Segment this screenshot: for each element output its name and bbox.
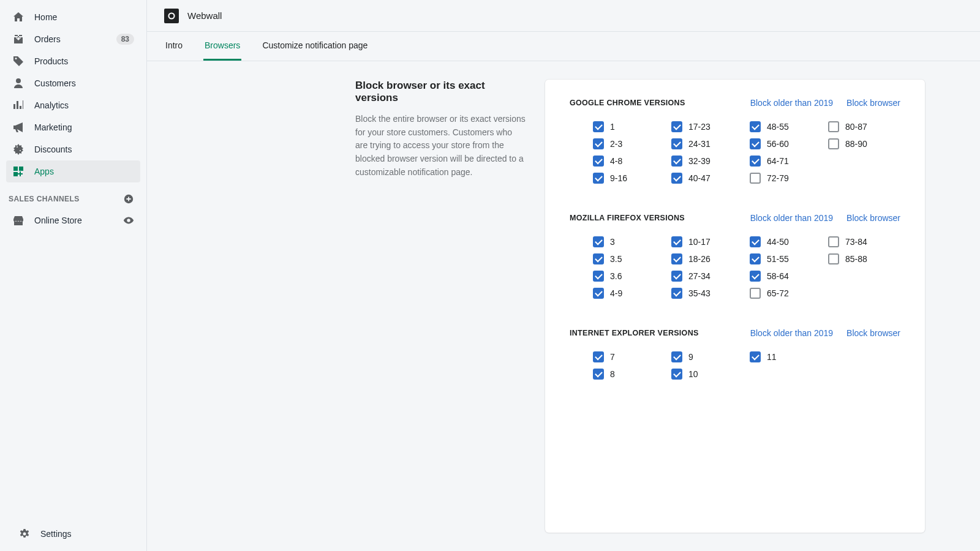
version-checkbox[interactable]: [671, 121, 682, 132]
block-browser-link[interactable]: Block browser: [846, 213, 900, 223]
version-checkbox[interactable]: [593, 156, 604, 167]
version-checkbox[interactable]: [593, 236, 604, 247]
sales-channels-header: SALES CHANNELS: [0, 182, 146, 209]
group-header: INTERNET EXPLORER VERSIONSBlock older th…: [570, 328, 900, 338]
block-browser-link[interactable]: Block browser: [846, 98, 900, 108]
version-checkbox[interactable]: [593, 121, 604, 132]
person-icon: [12, 77, 24, 89]
version-checkbox[interactable]: [750, 156, 761, 167]
version-label: 3.6: [610, 271, 622, 281]
settings-list: Settings: [0, 517, 146, 551]
version-checkbox[interactable]: [828, 121, 839, 132]
eye-icon[interactable]: [123, 215, 134, 226]
version-checkbox[interactable]: [750, 121, 761, 132]
version-checkbox[interactable]: [671, 369, 682, 380]
version-item: 27-34: [671, 271, 744, 282]
channels-list: Online Store: [0, 209, 146, 231]
app-title: Webwall: [187, 10, 222, 21]
version-grid: 117-2348-5580-872-324-3156-6088-904-832-…: [570, 121, 900, 184]
version-item: 4-8: [593, 156, 665, 167]
version-item: 9-16: [593, 173, 665, 184]
sidebar-item-customers[interactable]: Customers: [6, 72, 140, 94]
version-checkbox[interactable]: [671, 271, 682, 282]
nav-label: Discounts: [34, 144, 134, 154]
version-checkbox[interactable]: [593, 173, 604, 184]
version-label: 4-9: [610, 288, 622, 298]
sidebar-item-analytics[interactable]: Analytics: [6, 94, 140, 116]
version-checkbox[interactable]: [750, 253, 761, 264]
version-label: 11: [767, 352, 777, 362]
version-checkbox[interactable]: [750, 138, 761, 149]
sidebar-item-home[interactable]: Home: [6, 6, 140, 28]
version-checkbox[interactable]: [828, 253, 839, 264]
version-label: 10: [688, 369, 698, 379]
version-checkbox[interactable]: [828, 138, 839, 149]
version-checkbox[interactable]: [593, 271, 604, 282]
content: Block browser or its exact versions Bloc…: [147, 61, 980, 551]
version-checkbox[interactable]: [593, 253, 604, 264]
version-checkbox[interactable]: [593, 288, 604, 299]
version-checkbox[interactable]: [593, 351, 604, 362]
tab-customize-notification-page[interactable]: Customize notification page: [261, 32, 369, 61]
sidebar-item-discounts[interactable]: Discounts: [6, 138, 140, 160]
version-checkbox[interactable]: [750, 236, 761, 247]
version-checkbox[interactable]: [750, 173, 761, 184]
sidebar-item-orders[interactable]: Orders 83: [6, 28, 140, 50]
block-older-link[interactable]: Block older than 2019: [750, 328, 833, 338]
orders-badge: 83: [116, 34, 134, 45]
version-checkbox[interactable]: [750, 288, 761, 299]
nav-label: Customers: [34, 78, 134, 88]
group-title: INTERNET EXPLORER VERSIONS: [570, 329, 750, 337]
version-item: 4-9: [593, 288, 665, 299]
version-checkbox[interactable]: [671, 253, 682, 264]
sidebar-item-apps[interactable]: Apps: [6, 160, 140, 182]
empty-cell: [750, 369, 822, 380]
sidebar-item-online-store[interactable]: Online Store: [6, 209, 140, 231]
tabs: IntroBrowsersCustomize notification page: [147, 32, 980, 61]
block-older-link[interactable]: Block older than 2019: [750, 98, 833, 108]
version-grid: 310-1744-5073-843.518-2651-5585-883.627-…: [570, 236, 900, 299]
version-checkbox[interactable]: [750, 271, 761, 282]
version-checkbox[interactable]: [671, 173, 682, 184]
tab-browsers[interactable]: Browsers: [203, 32, 241, 61]
discount-icon: [12, 143, 24, 156]
version-checkbox[interactable]: [671, 288, 682, 299]
tab-intro[interactable]: Intro: [164, 32, 184, 61]
version-checkbox[interactable]: [593, 369, 604, 380]
main: Webwall IntroBrowsersCustomize notificat…: [147, 0, 980, 551]
version-checkbox[interactable]: [671, 138, 682, 149]
sidebar-item-products[interactable]: Products: [6, 50, 140, 72]
version-checkbox[interactable]: [828, 236, 839, 247]
version-label: 18-26: [688, 254, 710, 264]
sidebar: Home Orders 83 Products Customers Analyt…: [0, 0, 147, 551]
sidebar-item-settings[interactable]: Settings: [12, 523, 134, 545]
version-label: 8: [610, 369, 615, 379]
version-item: 11: [750, 351, 822, 362]
version-checkbox[interactable]: [671, 156, 682, 167]
version-item: 17-23: [671, 121, 744, 132]
version-item: 73-84: [828, 236, 900, 247]
version-label: 3: [610, 237, 615, 247]
sidebar-item-marketing[interactable]: Marketing: [6, 116, 140, 138]
nav-label: Home: [34, 12, 134, 22]
version-checkbox[interactable]: [671, 236, 682, 247]
section-title: Block browser or its exact versions: [355, 80, 527, 104]
version-item: 72-79: [750, 173, 822, 184]
browser-group: MOZILLA FIREFOX VERSIONSBlock older than…: [570, 213, 900, 299]
analytics-icon: [12, 99, 24, 111]
block-browser-link[interactable]: Block browser: [846, 328, 900, 338]
block-older-link[interactable]: Block older than 2019: [750, 213, 833, 223]
version-item: 88-90: [828, 138, 900, 149]
version-checkbox[interactable]: [671, 351, 682, 362]
add-channel-icon[interactable]: [123, 193, 134, 204]
version-item: 24-31: [671, 138, 744, 149]
version-item: 58-64: [750, 271, 822, 282]
version-item: 8: [593, 369, 665, 380]
group-actions: Block older than 2019Block browser: [750, 98, 900, 108]
version-checkbox[interactable]: [593, 138, 604, 149]
version-checkbox[interactable]: [750, 351, 761, 362]
version-item: 48-55: [750, 121, 822, 132]
empty-cell: [828, 288, 900, 299]
orders-icon: [12, 33, 24, 45]
empty-cell: [828, 156, 900, 167]
